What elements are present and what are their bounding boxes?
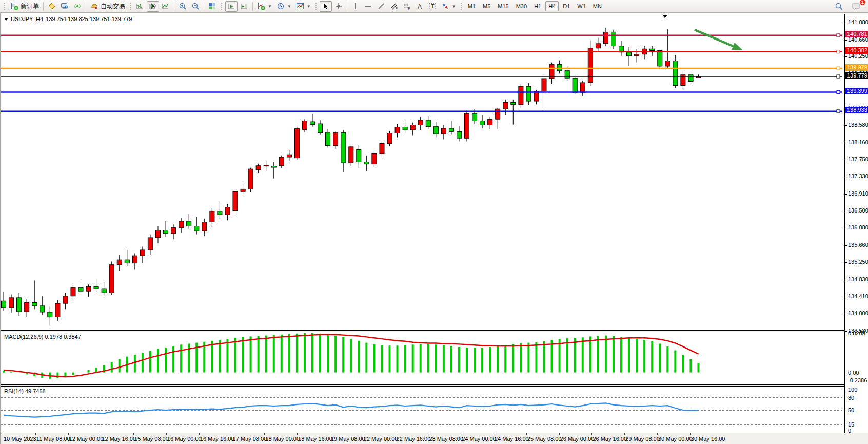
signals-icon xyxy=(73,2,82,10)
candle-bearish xyxy=(688,75,693,82)
trend-arrow-head[interactable] xyxy=(732,43,743,50)
indicators-button[interactable]: ▼ xyxy=(255,1,274,12)
line-handle[interactable] xyxy=(837,50,840,53)
templates-icon xyxy=(296,2,304,10)
trend-arrow-annotation[interactable] xyxy=(695,30,733,46)
zoom-out-button[interactable] xyxy=(189,1,202,12)
rsi-canvas[interactable] xyxy=(1,387,844,433)
toolbar-grip[interactable] xyxy=(221,2,223,10)
line-handle[interactable] xyxy=(837,75,840,78)
svg-text:A: A xyxy=(418,3,422,10)
price-tick-label: 137.330 xyxy=(848,173,868,179)
candle-bullish xyxy=(635,54,639,56)
zoom-in-button[interactable] xyxy=(176,1,189,12)
tile-windows-button[interactable] xyxy=(206,1,219,12)
line-handle[interactable] xyxy=(837,110,840,113)
signals-button[interactable] xyxy=(71,1,84,12)
main-chart-canvas[interactable] xyxy=(1,14,844,330)
candle-bearish xyxy=(364,162,369,164)
candle-bullish xyxy=(418,120,423,125)
candle-bearish xyxy=(357,150,361,162)
trendline-button[interactable] xyxy=(375,1,387,12)
chart-shift-button[interactable] xyxy=(238,1,250,12)
text-button[interactable]: A xyxy=(413,1,426,12)
channel-button[interactable]: E xyxy=(388,1,400,12)
rsi-label: RSI(14) 49.7458 xyxy=(4,388,46,394)
time-tick-label: 22 May 16:00 xyxy=(397,436,431,442)
cursor-button[interactable] xyxy=(320,1,332,12)
price-tick-mark xyxy=(845,331,847,332)
price-tick-mark xyxy=(845,228,847,228)
candle-bullish xyxy=(241,189,245,191)
time-axis[interactable]: 10 May 202311 May 08:0012 May 00:0012 Ma… xyxy=(1,433,868,444)
chart-symbol-period: USDJPY-,H4 xyxy=(11,16,43,22)
timeframe-W1[interactable]: W1 xyxy=(574,1,589,11)
candle-bearish xyxy=(341,133,346,163)
chart-dropdown-icon[interactable] xyxy=(4,18,8,21)
svg-text:E: E xyxy=(396,7,398,10)
candle-bullish xyxy=(372,154,377,164)
candle-bearish xyxy=(2,301,6,308)
toolbar-grip[interactable] xyxy=(460,2,463,10)
timeframe-MN[interactable]: MN xyxy=(590,1,605,11)
time-tick-mark xyxy=(330,433,330,435)
candle-bearish xyxy=(125,260,129,263)
new-order-icon xyxy=(10,2,18,10)
toolbar-grip[interactable] xyxy=(315,2,318,10)
periods-button[interactable]: ▼ xyxy=(274,1,293,12)
main-chart-pane[interactable]: USDJPY-,H4 139.754 139.825 139.751 139.7… xyxy=(1,14,844,330)
time-tick-label: 12 May 00:00 xyxy=(69,436,104,442)
timeframe-M1[interactable]: M1 xyxy=(465,1,479,11)
price-axis[interactable]: 141.080140.660140.250139.830139.410138.9… xyxy=(844,14,868,433)
toolbar-right-tools: 1 xyxy=(833,1,866,12)
timeframe-D1[interactable]: D1 xyxy=(560,1,573,11)
metaeditor-button[interactable] xyxy=(46,1,58,12)
candle-bullish xyxy=(287,155,291,157)
line-handle[interactable] xyxy=(837,91,840,94)
candlestick-chart-button[interactable] xyxy=(147,1,159,12)
search-button[interactable] xyxy=(833,1,845,12)
trendline-icon xyxy=(377,2,385,10)
templates-button[interactable]: ▼ xyxy=(294,1,313,12)
macd-pane[interactable]: MACD(12,26,9) 0.1978 0.3847 xyxy=(1,332,844,384)
timeframe-M15[interactable]: M15 xyxy=(495,1,511,11)
timeframe-H1[interactable]: H1 xyxy=(531,1,544,11)
auto-trading-button[interactable]: 自动交易 xyxy=(88,1,127,12)
line-handle[interactable] xyxy=(837,67,840,70)
chart-title[interactable]: USDJPY-,H4 139.754 139.825 139.751 139.7… xyxy=(4,16,132,22)
toolbar-grip[interactable] xyxy=(4,2,6,10)
time-tick-mark xyxy=(591,433,592,435)
macd-canvas[interactable] xyxy=(1,332,844,384)
chart-shift-icon xyxy=(240,2,248,10)
time-tick-mark xyxy=(101,433,101,435)
rsi-axis-label: 80 xyxy=(848,395,854,401)
candle-bullish xyxy=(109,265,114,293)
fibonacci-button[interactable]: F xyxy=(401,1,413,12)
timeframe-M30[interactable]: M30 xyxy=(513,1,530,11)
time-tick-label: 17 May 08:00 xyxy=(233,436,267,442)
crosshair-button[interactable] xyxy=(332,1,345,12)
vertical-line-button[interactable] xyxy=(349,1,362,12)
candle-bullish xyxy=(179,221,184,228)
notifications-button[interactable]: 1 xyxy=(850,1,863,12)
timeframe-H4[interactable]: H4 xyxy=(545,1,559,11)
toolbar-grip[interactable] xyxy=(129,2,132,10)
auto-scroll-button[interactable] xyxy=(225,1,238,12)
arrows-button[interactable]: ▼ xyxy=(439,1,458,12)
rsi-pane[interactable]: RSI(14) 49.7458 xyxy=(1,387,844,433)
new-order-button[interactable]: 新订单 xyxy=(8,1,41,12)
line-chart-button[interactable] xyxy=(160,1,172,12)
timeframe-M5[interactable]: M5 xyxy=(480,1,494,11)
text-label-button[interactable]: T xyxy=(426,1,439,12)
candle-bearish xyxy=(650,49,655,50)
candle-bullish xyxy=(171,228,176,234)
virtual-hosting-button[interactable] xyxy=(58,1,71,12)
bar-chart-button[interactable] xyxy=(134,1,146,12)
separator xyxy=(347,2,347,11)
time-tick-label: 15 May 08:00 xyxy=(134,436,169,442)
chart-shift-marker[interactable] xyxy=(662,15,667,18)
candle-bearish xyxy=(94,286,98,289)
horizontal-line-button[interactable] xyxy=(362,1,374,12)
candle-bullish xyxy=(465,113,469,138)
line-handle[interactable] xyxy=(837,34,840,37)
